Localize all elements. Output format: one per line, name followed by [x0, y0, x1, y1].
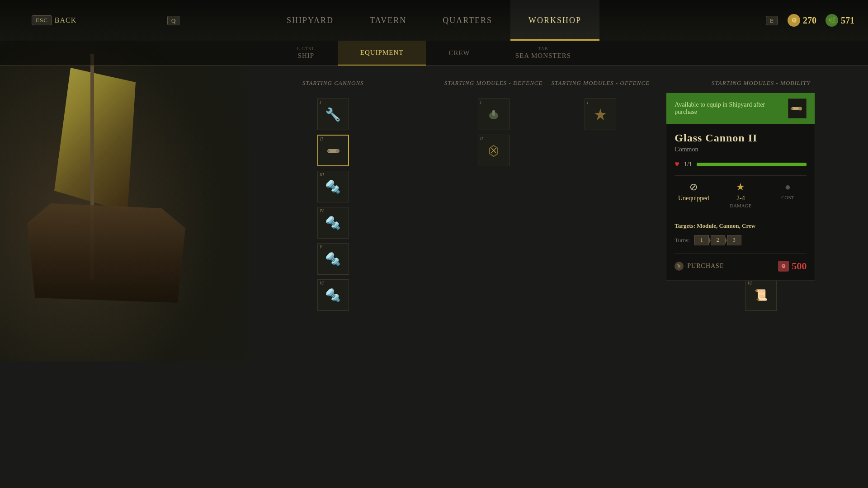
equipment-area: Starting Cannons I 🔧 II III 🔩 — [226, 66, 868, 488]
slot-defence-i[interactable]: I — [478, 99, 509, 130]
health-bar — [697, 163, 807, 166]
equip-notice: Available to equip in Shipyard after pur… — [666, 93, 815, 124]
defence-icon-1 — [484, 104, 504, 124]
cost-currency-icon: ⚙ — [778, 261, 789, 272]
stat-damage-label: Damage — [722, 203, 760, 208]
sub-tab-seamonsters[interactable]: Tab Sea Monsters — [493, 41, 594, 66]
purchase-button[interactable]: 🖱 Purchase — [675, 262, 724, 271]
stats-row: ⊘ Unequipped ★ 2-4 Damage ● Cost — [675, 175, 807, 214]
purchase-cost-value: 500 — [792, 260, 807, 272]
cost-icon: ● — [769, 181, 807, 193]
tab-key: Tab — [538, 46, 548, 51]
slot-cannon-iv[interactable]: IV 🔩 — [317, 207, 349, 239]
unequipped-icon: ⊘ — [675, 181, 712, 193]
currency-resource: 🌿 571 — [826, 14, 854, 27]
sub-navigation: L Ctrl Ship Equipment Crew Tab Sea Monst… — [0, 41, 868, 66]
turns-badges: 1 2 3 — [694, 235, 741, 245]
purchase-row: 🖱 Purchase ⚙ 500 — [675, 253, 807, 272]
equip-notice-text: Available to equip in Shipyard after pur… — [675, 101, 783, 116]
cannon-icon-2 — [323, 141, 343, 160]
currency-area: ⚙ 270 🌿 571 — [788, 14, 854, 27]
svg-rect-4 — [492, 110, 495, 116]
sub-tab-equipment-label: Equipment — [360, 49, 404, 56]
stat-equipped-value: Unequipped — [675, 195, 712, 202]
back-button[interactable]: Esc Back — [32, 15, 76, 25]
back-key-badge: Esc — [32, 15, 52, 25]
sub-tab-ship-label: Ship — [298, 52, 315, 60]
column-offence: Starting Modules - Offence I — [547, 79, 654, 488]
nav-tabs: Shipyard Tavern Quarters Workshop — [269, 0, 599, 41]
sub-tab-crew-label: Crew — [448, 49, 470, 57]
slot-cannon-iii[interactable]: III 🔩 — [317, 171, 349, 202]
targets-row: Targets: Module, Cannon, Crew — [675, 222, 807, 230]
gold-value: 270 — [803, 15, 816, 26]
stat-damage: ★ 2-4 Damage — [722, 181, 760, 208]
tab-tavern[interactable]: Tavern — [352, 0, 425, 41]
cannon-icon-3: 🔩 — [323, 177, 343, 197]
health-fill — [697, 163, 807, 166]
nav-key-e: E — [766, 16, 778, 24]
slot-offence-i[interactable]: I — [585, 99, 616, 130]
gold-icon: ⚙ — [788, 14, 800, 27]
tab-quarters[interactable]: Quarters — [425, 0, 510, 41]
col-header-defence: Starting Modules - Defence — [444, 79, 543, 87]
col-header-cannons: Starting Cannons — [302, 79, 364, 87]
sub-tab-ship[interactable]: L Ctrl Ship — [274, 41, 338, 66]
svg-marker-8 — [594, 108, 606, 120]
slot-cannon-v[interactable]: V 🔩 — [317, 243, 349, 275]
purchase-cost: ⚙ 500 — [778, 260, 807, 272]
tab-shipyard[interactable]: Shipyard — [269, 0, 352, 41]
heart-icon: ♥ — [675, 160, 679, 169]
health-row: ♥ 1/1 — [675, 160, 807, 169]
turns-label: Turns: — [675, 237, 689, 244]
stat-damage-value: 2-4 — [722, 195, 760, 202]
targets-value: Module, Cannon, Crew — [697, 222, 755, 229]
col-header-mobility: Starting Modules - Mobility — [712, 79, 811, 87]
turn-badge-2: 2 — [711, 235, 725, 245]
resource-icon: 🌿 — [826, 14, 838, 27]
tab-quarters-label: Quarters — [443, 16, 492, 25]
tab-tavern-label: Tavern — [370, 16, 406, 25]
tooltip-area-container: Starting Modules - Defence I II — [440, 79, 654, 488]
tab-workshop-label: Workshop — [528, 16, 581, 25]
purchase-label: Purchase — [687, 263, 724, 270]
item-rarity: Common — [675, 146, 807, 153]
item-tooltip: Available to equip in Shipyard after pur… — [666, 93, 815, 281]
cannon-icon-4: 🔩 — [323, 213, 343, 233]
column-starting-cannons: Starting Cannons I 🔧 II III 🔩 — [226, 79, 440, 488]
tab-workshop[interactable]: Workshop — [510, 0, 599, 41]
slot-cannon-i[interactable]: I 🔧 — [317, 99, 349, 130]
ship-display-area — [0, 66, 226, 488]
sub-tab-crew[interactable]: Crew — [426, 41, 492, 66]
slot-defence-ii[interactable]: II — [478, 135, 509, 166]
slot-mobility-vi[interactable]: VI 📜 — [745, 279, 777, 311]
nav-key-q: Q — [167, 16, 179, 24]
item-title: Glass Cannon II — [675, 132, 807, 144]
item-preview-icon — [788, 99, 807, 118]
q-key-badge: Q — [167, 16, 179, 25]
stat-equipped: ⊘ Unequipped — [675, 181, 712, 208]
column-defence: Starting Modules - Defence I II — [440, 79, 547, 488]
offence-icon-1 — [590, 104, 610, 124]
mobility-icon-6: 📜 — [751, 285, 771, 305]
stat-cost: ● Cost — [769, 181, 807, 208]
sub-tab-seamonsters-label: Sea Monsters — [515, 52, 571, 60]
sub-tab-equipment[interactable]: Equipment — [338, 41, 426, 66]
main-content: Starting Cannons I 🔧 II III 🔩 — [0, 66, 868, 488]
stat-cost-label: Cost — [769, 195, 807, 200]
turns-row: Turns: 1 2 3 — [675, 235, 807, 245]
resource-value: 571 — [841, 15, 854, 26]
slot-cannon-ii[interactable]: II — [317, 135, 349, 166]
defence-icon-2 — [484, 141, 504, 160]
targets-label: Targets: — [675, 222, 695, 229]
turn-badge-3: 3 — [727, 235, 741, 245]
svg-point-10 — [798, 107, 802, 111]
slot-cannon-vi[interactable]: VI 🔩 — [317, 279, 349, 311]
lctrl-key: L Ctrl — [297, 46, 315, 51]
cannon-icon-5: 🔩 — [323, 249, 343, 269]
svg-rect-11 — [791, 108, 793, 110]
tab-shipyard-label: Shipyard — [287, 16, 334, 25]
cannon-icon-1: 🔧 — [323, 104, 343, 124]
svg-rect-2 — [327, 150, 330, 152]
col-header-offence: Starting Modules - Offence — [552, 79, 650, 87]
